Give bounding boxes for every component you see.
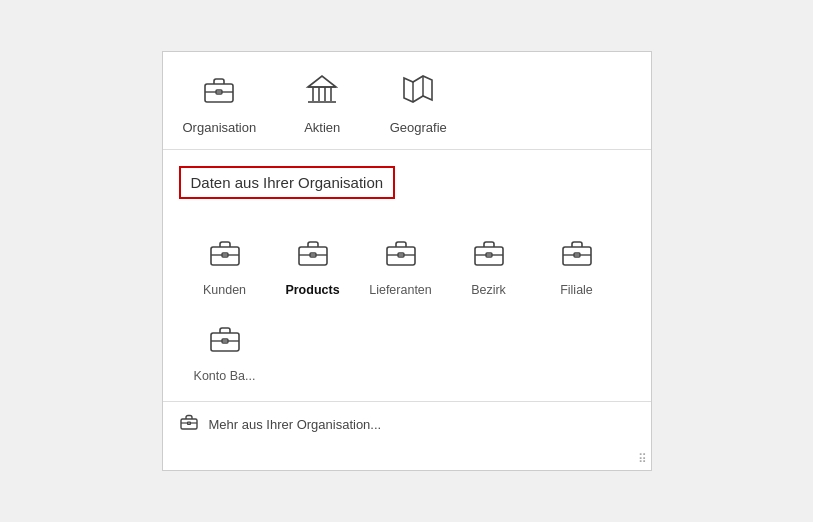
section-header-wrapper: Daten aus Ihrer Organisation: [163, 150, 651, 215]
konto-ba-icon: [206, 319, 244, 361]
aktien-icon: [303, 70, 341, 112]
svg-rect-19: [387, 247, 415, 265]
products-item[interactable]: Products: [269, 223, 357, 309]
bezirk-item[interactable]: Bezirk: [445, 223, 533, 309]
svg-rect-22: [475, 247, 503, 265]
svg-marker-10: [404, 76, 432, 102]
aktien-label: Aktien: [304, 120, 340, 135]
filiale-icon: [558, 233, 596, 275]
geografie-label: Geografie: [390, 120, 447, 135]
kunden-item[interactable]: Kunden: [181, 223, 269, 309]
section-header: Daten aus Ihrer Organisation: [179, 166, 396, 199]
items-grid: Kunden Products: [163, 215, 651, 401]
svg-rect-25: [563, 247, 591, 265]
svg-marker-8: [308, 76, 336, 87]
geografie-item[interactable]: Geografie: [388, 70, 448, 135]
aktien-item[interactable]: Aktien: [292, 70, 352, 135]
main-panel: Organisation Aktien: [162, 51, 652, 471]
section-header-text: Daten aus Ihrer Organisation: [191, 174, 384, 191]
bezirk-icon: [470, 233, 508, 275]
svg-rect-28: [211, 333, 239, 351]
bottom-bar-icon: [179, 412, 199, 436]
bottom-bar-label: Mehr aus Ihrer Organisation...: [209, 417, 382, 432]
geografie-icon: [399, 70, 437, 112]
products-icon: [294, 233, 332, 275]
filiale-label: Filiale: [560, 283, 593, 297]
kunden-label: Kunden: [203, 283, 246, 297]
organisation-label: Organisation: [183, 120, 257, 135]
top-row: Organisation Aktien: [163, 52, 651, 150]
bottom-bar[interactable]: Mehr aus Ihrer Organisation...: [163, 401, 651, 446]
filiale-item[interactable]: Filiale: [533, 223, 621, 309]
kunden-icon: [206, 233, 244, 275]
lieferanten-item[interactable]: Lieferanten: [357, 223, 445, 309]
organisation-item[interactable]: Organisation: [183, 70, 257, 135]
products-label: Products: [285, 283, 339, 297]
bezirk-label: Bezirk: [471, 283, 506, 297]
organisation-icon: [200, 70, 238, 112]
konto-ba-item[interactable]: Konto Ba...: [181, 309, 269, 395]
lieferanten-icon: [382, 233, 420, 275]
lieferanten-label: Lieferanten: [369, 283, 432, 297]
resize-handle[interactable]: ⠿: [638, 452, 647, 466]
svg-rect-13: [211, 247, 239, 265]
konto-ba-label: Konto Ba...: [194, 369, 256, 383]
svg-rect-0: [205, 84, 233, 102]
svg-rect-16: [299, 247, 327, 265]
